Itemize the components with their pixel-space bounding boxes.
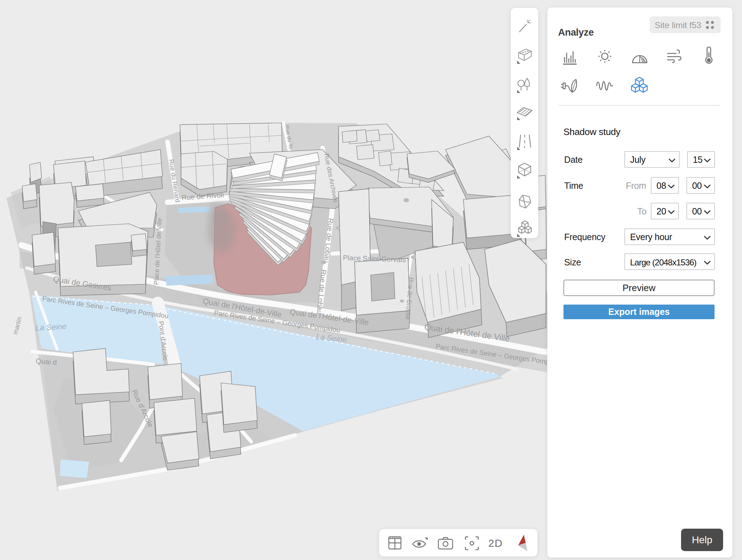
svg-text:Quai d: Quai d: [36, 357, 57, 366]
svg-text:martin: martin: [12, 316, 23, 335]
svg-text:La Seine: La Seine: [35, 322, 67, 332]
